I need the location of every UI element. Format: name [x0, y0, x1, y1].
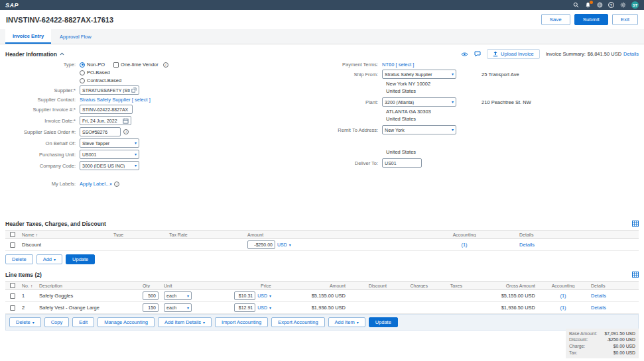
price-input[interactable]: $10.31: [234, 291, 255, 300]
item-gross-amount: $5,155.00 USD: [464, 293, 537, 299]
row-checkbox[interactable]: [10, 242, 15, 248]
qty-input[interactable]: 500: [143, 291, 159, 300]
unit-select[interactable]: each▾: [164, 291, 192, 300]
table-settings-icon[interactable]: [632, 272, 639, 278]
supplier-contact-link[interactable]: Stratus Safety Supplier [ select ]: [80, 97, 151, 103]
details-link[interactable]: Details: [591, 305, 606, 311]
checkbox-one-time-vendor[interactable]: [113, 62, 119, 68]
notifications-icon[interactable]: [584, 2, 591, 9]
unit-select[interactable]: each▾: [164, 303, 192, 312]
radio-non-po[interactable]: [80, 62, 85, 68]
info-icon[interactable]: i: [163, 62, 168, 68]
discount-amount-input[interactable]: -$250.00: [247, 240, 275, 249]
update-button[interactable]: Update: [369, 317, 398, 327]
radio-contract-based[interactable]: [80, 78, 85, 83]
value-help-icon[interactable]: [131, 87, 137, 93]
select-all-checkbox[interactable]: [10, 283, 15, 288]
on-behalf-of-value: Steve Tapper: [82, 141, 133, 146]
radio-po-based[interactable]: [80, 70, 85, 76]
save-button[interactable]: Save: [541, 14, 570, 25]
plant-value: 3200 (Atlanta): [385, 100, 450, 105]
tab-approval-flow[interactable]: Approval Flow: [52, 29, 99, 44]
currency-select[interactable]: USD: [257, 305, 267, 310]
comment-icon[interactable]: [474, 51, 481, 57]
collapse-icon[interactable]: [60, 52, 64, 56]
row-checkbox[interactable]: [10, 305, 15, 311]
details-link[interactable]: Details: [591, 293, 606, 299]
export-accounting-button[interactable]: Export Accounting: [271, 317, 324, 327]
supplier-sales-order-input[interactable]: SSO#58276: [80, 127, 121, 136]
chevron-down-icon: ▾: [289, 243, 291, 247]
info-icon[interactable]: i: [114, 181, 119, 187]
shell-bar: SAP ? ST: [0, 0, 644, 10]
select-all-checkbox[interactable]: [10, 232, 15, 237]
company-code-select[interactable]: 3000 (IDES US INC) ▾: [80, 161, 139, 170]
details-link[interactable]: Details: [519, 242, 535, 248]
plant-street: 210 Peachtree St. NW: [482, 99, 531, 105]
upload-icon: [493, 51, 498, 57]
edit-button[interactable]: Edit: [72, 317, 94, 327]
on-behalf-of-select[interactable]: Steve Tapper ▾: [80, 138, 139, 148]
search-icon[interactable]: [572, 2, 579, 9]
plant-address-line2: United States: [386, 116, 633, 122]
apply-label-link[interactable]: Apply Label...: [80, 181, 109, 187]
col-accounting: Accounting: [411, 232, 517, 237]
currency-select[interactable]: USD: [257, 293, 267, 298]
globe-icon[interactable]: [596, 2, 603, 9]
gear-icon[interactable]: [619, 2, 626, 9]
info-icon[interactable]: i: [123, 129, 129, 134]
currency-select[interactable]: USD: [277, 242, 287, 247]
import-accounting-button[interactable]: Import Accounting: [215, 317, 268, 327]
invoice-summary-details-link[interactable]: Details: [623, 51, 639, 57]
accounting-link[interactable]: (1): [560, 305, 566, 311]
help-icon[interactable]: ?: [608, 2, 614, 8]
calendar-icon[interactable]: [123, 118, 129, 124]
add-item-details-button[interactable]: Add Item Details▾: [158, 317, 212, 327]
col-name[interactable]: Name↑: [20, 232, 111, 237]
plant-select[interactable]: 3200 (Atlanta) ▾: [382, 97, 456, 107]
taxes-table-header: Name↑ Type Tax Rate Amount Accounting De…: [5, 230, 639, 239]
accounting-link[interactable]: (1): [560, 293, 566, 299]
delete-button[interactable]: Delete: [5, 254, 33, 264]
update-button[interactable]: Update: [66, 254, 95, 264]
tab-bar: Invoice Entry Approval Flow: [0, 29, 644, 44]
chevron-down-icon: ▾: [187, 306, 189, 310]
ship-from-select[interactable]: Stratus Safety Supplier ▾: [382, 70, 456, 79]
col-no[interactable]: No.↑: [20, 284, 37, 288]
invoice-summary-label: Invoice Summary:: [546, 51, 586, 57]
invoice-date-input[interactable]: Fri, 24 Jun, 2022: [80, 116, 131, 125]
supplier-input[interactable]: STRATUSSAFETY (Stratus Safety Suppl: [80, 85, 139, 95]
table-settings-icon[interactable]: [632, 221, 639, 227]
purchasing-unit-select[interactable]: US001 ▾: [80, 150, 139, 159]
accounting-link[interactable]: (1): [461, 242, 467, 248]
ship-from-label: Ship From:: [318, 72, 382, 77]
remit-to-select[interactable]: New York ▾: [382, 125, 456, 134]
row-checkbox[interactable]: [10, 293, 15, 299]
tab-invoice-entry[interactable]: Invoice Entry: [5, 29, 51, 44]
copy-button[interactable]: Copy: [44, 317, 70, 327]
chevron-down-icon: ▾: [452, 72, 454, 76]
deliver-to-input[interactable]: US01: [382, 158, 422, 168]
item-description: Safety Goggles: [37, 293, 141, 299]
header-information-head: Header Information Upload Invoice Invoic…: [5, 48, 639, 60]
add-button[interactable]: Add▾: [36, 254, 62, 264]
col-accounting: Accounting: [537, 284, 589, 288]
exit-button[interactable]: Exit: [612, 14, 638, 25]
col-details: Details: [517, 232, 639, 237]
submit-button[interactable]: Submit: [574, 14, 608, 25]
manage-accounting-button[interactable]: Manage Accounting: [97, 317, 155, 327]
col-tax-rate: Tax Rate: [167, 232, 245, 237]
attachment-icon[interactable]: [461, 52, 468, 57]
chevron-down-icon: ▾: [452, 100, 454, 104]
delete-button[interactable]: Delete▾: [9, 317, 41, 327]
price-input[interactable]: $12.91: [234, 303, 255, 312]
taxes-table-row: Discount -$250.00 USD ▾ (1) Details: [5, 239, 639, 251]
qty-input[interactable]: 150: [143, 303, 159, 312]
upload-invoice-button[interactable]: Upload Invoice: [487, 49, 540, 59]
chevron-down-icon: ▾: [135, 141, 137, 145]
col-type: Type: [111, 232, 167, 237]
avatar[interactable]: ST: [631, 1, 639, 9]
payment-terms-link[interactable]: NT60 [ select ]: [382, 62, 414, 68]
add-item-button[interactable]: Add Item▾: [328, 317, 365, 327]
supplier-invoice-input[interactable]: STINV-62422-8827AX: [80, 105, 133, 114]
